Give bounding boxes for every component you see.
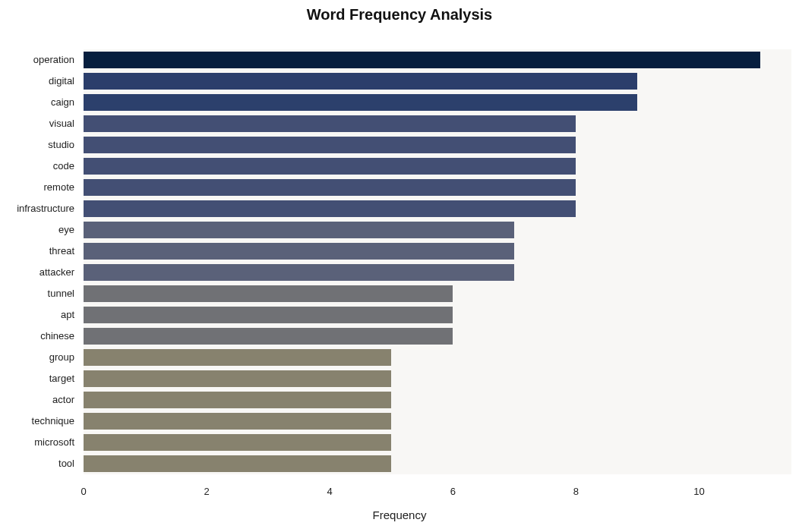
x-tick: 10 <box>684 486 714 497</box>
y-label-apt: apt <box>0 304 77 326</box>
x-tick: 0 <box>68 486 99 497</box>
bar-group <box>84 349 391 366</box>
y-label-code: code <box>0 156 77 177</box>
bar-visual <box>84 115 576 132</box>
y-label-tool: tool <box>0 453 77 474</box>
bar-target <box>84 370 391 387</box>
bar-microsoft <box>84 434 391 451</box>
word-frequency-chart: Word Frequency Analysis operationdigital… <box>0 0 799 532</box>
x-tick: 8 <box>561 486 591 497</box>
y-label-microsoft: microsoft <box>0 432 77 453</box>
y-label-operation: operation <box>0 49 77 71</box>
plot-area <box>84 27 791 483</box>
y-label-visual: visual <box>0 113 77 134</box>
y-label-studio: studio <box>0 134 77 156</box>
y-label-digital: digital <box>0 71 77 92</box>
bar-caign <box>84 94 637 111</box>
bar-digital <box>84 73 637 90</box>
bar-infrastructure <box>84 200 576 217</box>
y-label-technique: technique <box>0 411 77 432</box>
bar-threat <box>84 243 514 260</box>
bar-chinese <box>84 328 453 345</box>
bar-studio <box>84 137 576 153</box>
bar-eye <box>84 222 514 238</box>
bar-actor <box>84 392 391 408</box>
y-label-caign: caign <box>0 92 77 113</box>
bar-remote <box>84 179 576 196</box>
x-tick: 2 <box>191 486 222 497</box>
y-label-attacker: attacker <box>0 262 77 283</box>
bar-operation <box>84 52 760 68</box>
y-label-target: target <box>0 368 77 389</box>
y-label-remote: remote <box>0 177 77 198</box>
y-label-tunnel: tunnel <box>0 283 77 304</box>
y-label-chinese: chinese <box>0 326 77 347</box>
x-tick: 4 <box>314 486 345 497</box>
bar-apt <box>84 307 453 323</box>
bar-tool <box>84 455 391 472</box>
bar-technique <box>84 413 391 430</box>
y-label-eye: eye <box>0 219 77 241</box>
bar-code <box>84 158 576 175</box>
y-label-threat: threat <box>0 241 77 262</box>
bar-attacker <box>84 264 514 281</box>
y-label-infrastructure: infrastructure <box>0 198 77 219</box>
bar-tunnel <box>84 285 453 302</box>
chart-title: Word Frequency Analysis <box>0 6 799 24</box>
x-axis-label: Frequency <box>0 508 799 521</box>
y-label-group: group <box>0 347 77 368</box>
x-tick: 6 <box>437 486 468 497</box>
y-label-actor: actor <box>0 389 77 411</box>
